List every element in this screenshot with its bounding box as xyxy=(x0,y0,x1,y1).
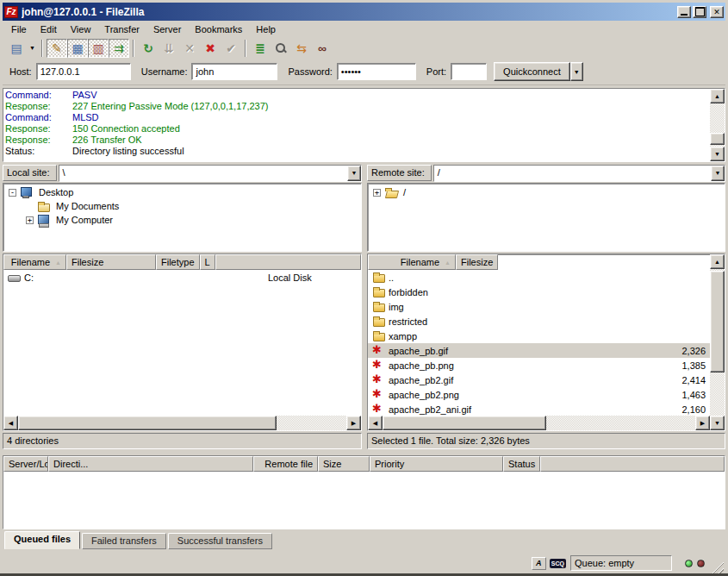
queue-tab[interactable]: Queued files xyxy=(4,531,80,549)
speed-limits-icon[interactable]: SCQ xyxy=(550,559,566,568)
column-header[interactable]: Directi... xyxy=(48,456,253,472)
username-input[interactable] xyxy=(191,63,277,80)
column-header[interactable]: Priority xyxy=(370,456,503,472)
maximize-button[interactable] xyxy=(693,6,706,18)
log-line: Status: Directory listing successful xyxy=(5,146,708,157)
column-header[interactable]: Remote file xyxy=(253,456,318,472)
compare-icon xyxy=(275,42,287,54)
scroll-up-icon[interactable]: ▲ xyxy=(710,254,725,269)
file-row[interactable]: C: Local Disk xyxy=(3,270,361,285)
password-input[interactable] xyxy=(337,63,416,80)
menu-item[interactable]: View xyxy=(64,22,98,36)
menu-item[interactable]: Server xyxy=(146,22,188,36)
remote-site-combo[interactable]: / ▼ xyxy=(433,165,725,182)
toolbar-button[interactable] xyxy=(291,39,312,58)
scroll-left-icon[interactable]: ◀ xyxy=(368,416,383,430)
file-row[interactable]: forbidden xyxy=(368,285,710,299)
expander-icon[interactable]: + xyxy=(26,216,34,224)
port-input[interactable] xyxy=(451,63,487,80)
remote-vscrollbar[interactable]: ▲ ▼ xyxy=(710,254,725,430)
column-header[interactable]: Filename ▲ xyxy=(368,254,456,270)
tree-item[interactable]: - Desktop xyxy=(3,185,361,199)
chevron-down-icon[interactable]: ▼ xyxy=(711,166,725,181)
local-status: 4 directories xyxy=(3,433,362,449)
column-header-filler xyxy=(540,456,725,472)
toolbar-button[interactable] xyxy=(109,39,129,58)
scroll-right-icon[interactable]: ▶ xyxy=(346,416,361,430)
drive-icon xyxy=(8,272,22,283)
file-row[interactable]: apache_pb2.gif 2,414 xyxy=(368,373,710,387)
message-log-scrollbar[interactable]: ▲ ▼ xyxy=(710,89,725,161)
file-row[interactable]: xampp xyxy=(368,329,710,343)
site-manager-dropdown[interactable]: ▼ xyxy=(27,39,38,58)
toolbar-separator xyxy=(245,40,246,57)
column-header[interactable]: Filetype ▲ xyxy=(156,254,200,270)
minimize-button[interactable] xyxy=(677,6,691,18)
toolbar-button[interactable] xyxy=(271,39,291,58)
file-row[interactable]: .. xyxy=(368,270,710,285)
menu-item[interactable]: File xyxy=(4,22,34,36)
local-hscrollbar[interactable]: ◀ ▶ xyxy=(3,416,361,430)
remote-site-value: / xyxy=(434,166,711,181)
scroll-down-icon[interactable]: ▼ xyxy=(710,147,725,161)
scroll-up-icon[interactable]: ▲ xyxy=(710,89,725,103)
scroll-thumb[interactable] xyxy=(710,133,725,145)
menu-item[interactable]: Edit xyxy=(34,22,64,36)
toolbar-button[interactable] xyxy=(200,39,221,58)
column-header[interactable]: L ▲ xyxy=(200,254,215,270)
close-button[interactable] xyxy=(710,6,724,18)
toolbar-button[interactable] xyxy=(138,39,159,58)
file-row[interactable]: apache_pb2.png 1,463 xyxy=(368,387,710,402)
menu-item[interactable]: Bookmarks xyxy=(188,22,249,36)
find-icon xyxy=(318,42,327,54)
queue-tab[interactable]: Failed transfers xyxy=(82,533,166,549)
toolbar-button[interactable] xyxy=(67,39,88,58)
file-row[interactable]: apache_pb2_ani.gif 2,160 xyxy=(368,402,710,416)
tree-item[interactable]: + My Computer xyxy=(3,213,361,227)
column-header[interactable]: Size xyxy=(318,456,370,472)
expander-icon[interactable]: + xyxy=(373,189,381,197)
tree-item[interactable]: My Documents xyxy=(3,199,361,213)
title-bar[interactable]: Fz john@127.0.0.1 - FileZilla xyxy=(3,3,725,21)
chevron-down-icon[interactable]: ▼ xyxy=(347,166,361,181)
data-type-icon[interactable]: A xyxy=(532,557,546,570)
toolbar-button[interactable] xyxy=(312,39,333,58)
host-label: Host: xyxy=(9,66,32,77)
column-header[interactable]: Server/Local file xyxy=(3,456,48,472)
tree-item[interactable]: + / xyxy=(368,185,725,199)
file-row[interactable]: img xyxy=(368,299,710,314)
toolbar-button[interactable] xyxy=(6,39,27,58)
menu-item[interactable]: Help xyxy=(249,22,283,36)
menu-item[interactable]: Transfer xyxy=(97,22,146,36)
file-row[interactable]: apache_pb.gif 2,326 xyxy=(368,343,710,358)
scroll-thumb[interactable] xyxy=(383,416,546,430)
toolbar-button[interactable] xyxy=(47,39,67,58)
file-row[interactable]: apache_pb.png 1,385 xyxy=(368,358,710,373)
host-input[interactable] xyxy=(36,63,131,80)
column-header[interactable]: Filename ▲ xyxy=(3,254,66,270)
local-site-combo[interactable]: \ ▼ xyxy=(59,165,362,182)
expander-icon[interactable]: - xyxy=(9,189,16,197)
column-header[interactable]: Status xyxy=(503,456,540,472)
toolbar-button[interactable] xyxy=(221,39,241,58)
remote-hscrollbar[interactable]: ◀ ▶ xyxy=(368,416,710,430)
queue-tab[interactable]: Successful transfers xyxy=(168,533,272,549)
scroll-down-icon[interactable]: ▼ xyxy=(710,416,725,430)
toolbar-button[interactable] xyxy=(159,39,179,58)
sort-asc-icon: ▲ xyxy=(445,260,451,266)
scroll-thumb[interactable] xyxy=(18,416,277,430)
quickconnect-button[interactable]: Quickconnect xyxy=(494,62,570,81)
scroll-right-icon[interactable]: ▶ xyxy=(695,416,710,430)
column-header[interactable]: Filesize ▲ xyxy=(66,254,156,270)
toolbar-button[interactable] xyxy=(179,39,200,58)
scroll-thumb[interactable] xyxy=(710,271,725,373)
resize-grip[interactable] xyxy=(712,561,724,573)
toggle-queue-icon xyxy=(114,42,124,54)
quickconnect-dropdown[interactable]: ▼ xyxy=(570,62,583,81)
file-row[interactable]: restricted xyxy=(368,314,710,329)
message-log-body: Command: PASV Response: 227 Entering Pas… xyxy=(3,89,710,161)
toolbar-button[interactable] xyxy=(88,39,109,58)
column-header[interactable]: Filesize ▲ xyxy=(456,254,498,270)
scroll-left-icon[interactable]: ◀ xyxy=(3,416,18,430)
toolbar-button[interactable] xyxy=(250,39,271,58)
